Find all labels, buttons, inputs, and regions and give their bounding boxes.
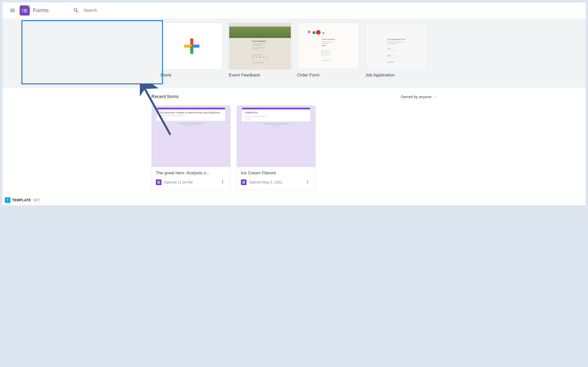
opened-timestamp: Opened May 5, 2022 [249,180,302,184]
plus-icon [184,38,199,54]
recent-header: Recent forms Owned by anyone [141,94,447,99]
template-label: Event Feedback [229,73,291,78]
watermark-brand: TEMPLATE [12,198,31,202]
template-label: Job Application [365,73,428,78]
watermark-suffix: .NET [32,198,40,202]
recent-form-card[interactable]: The great hero: Analysis on Marvel Movie… [152,106,230,190]
recent-title: Recent forms [152,94,179,99]
dropdown-arrow-icon [434,95,437,98]
hamburger-icon [9,7,16,14]
recent-form-name: The great hero: Analysis o... [156,171,226,176]
recent-form-name: Ice Cream Flavors [241,171,311,176]
template-blank[interactable]: Blank [161,23,223,78]
logo-area[interactable]: Forms [20,5,49,16]
annotation-highlight-box [21,20,163,84]
more-vert-icon [220,179,225,184]
recent-info: Ice Cream Flavors Opened May 5, 2022 [237,167,315,190]
watermark-logo-icon: T [5,197,10,203]
templates-row: Blank Event feedback [2,23,586,78]
template-label: Blank [161,73,223,78]
search-input[interactable] [83,8,248,13]
forms-file-icon [241,179,247,185]
recent-grid: The great hero: Analysis on Marvel Movie… [141,106,447,190]
app-title: Forms [33,7,49,14]
main-menu-button[interactable] [6,4,19,17]
forms-logo-icon [20,5,30,16]
forms-file-icon [156,179,161,185]
more-options-button[interactable] [304,178,311,186]
more-vert-icon [305,179,310,184]
recent-thumb: Untitled form ▬▬▬▬▬▬▬▬▬▬▬▬▬▬▬▬ Google Fo… [237,106,315,167]
filter-label: Owned by anyone [401,95,432,99]
recent-section: Recent forms Owned by anyone The great h… [2,88,586,205]
search-icon [73,7,79,14]
recent-info: The great hero: Analysis o... Opened 11:… [152,167,230,190]
app-frame: Forms Blank [2,2,586,206]
recent-form-card[interactable]: Untitled form ▬▬▬▬▬▬▬▬▬▬▬▬▬▬▬▬ Google Fo… [237,106,316,190]
template-blank-thumb [161,23,223,70]
opened-timestamp: Opened 11:34 AM [164,180,216,184]
template-job-thumb: Job application form [365,23,428,70]
template-label: Order Form [297,73,359,78]
watermark: T TEMPLATE.NET [5,197,40,203]
header-bar: Forms [2,2,586,19]
search-bar[interactable] [69,5,252,16]
template-event-feedback[interactable]: Event feedback [229,23,291,78]
more-options-button[interactable] [219,178,226,186]
template-job-application[interactable]: Job application form Job Application [365,23,428,78]
templates-section: Blank Event feedback [2,19,586,88]
template-order-form[interactable]: Order Request ▬▬▬ Order Form [297,23,359,78]
template-order-thumb: Order Request ▬▬▬ [297,23,359,70]
ownership-filter-dropdown[interactable]: Owned by anyone [401,95,437,99]
recent-thumb: The great hero: Analysis on Marvel Movie… [152,106,230,167]
template-event-thumb: Event feedback [229,23,291,70]
